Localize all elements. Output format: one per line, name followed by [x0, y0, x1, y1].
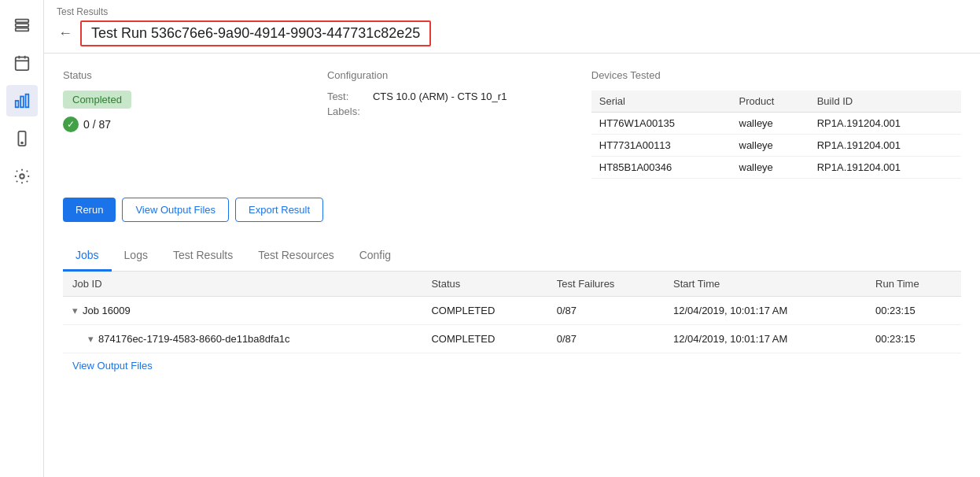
rerun-button[interactable]: Rerun: [63, 198, 116, 222]
sidebar: [0, 0, 44, 477]
devices-col-build: Build ID: [809, 91, 961, 113]
svg-rect-9: [25, 94, 28, 108]
device-product: walleye: [731, 113, 809, 135]
jobs-col-id: Job ID: [63, 272, 422, 297]
breadcrumb: Test Results: [57, 6, 967, 17]
svg-point-11: [21, 142, 23, 144]
devices-table: Serial Product Build ID HT76W1A00135 wal…: [591, 91, 961, 179]
config-block: Configuration Test: CTS 10.0 (ARM) - CTS…: [327, 69, 591, 179]
sidebar-item-list[interactable]: [6, 9, 38, 41]
jobs-col-runtime: Run Time: [866, 272, 961, 297]
config-labels-row: Labels:: [327, 105, 591, 117]
job-status-cell: COMPLETED: [422, 325, 547, 353]
config-test-key: Test:: [327, 91, 367, 102]
devices-table-row: HT7731A00113 walleye RP1A.191204.001: [591, 135, 961, 157]
sidebar-item-calendar[interactable]: [6, 47, 38, 79]
check-circle-icon: ✓: [63, 116, 79, 132]
config-test-value: CTS 10.0 (ARM) - CTS 10_r1: [373, 91, 507, 102]
tab-test-results[interactable]: Test Results: [160, 241, 245, 272]
devices-block: Devices Tested Serial Product Build ID H…: [591, 69, 961, 179]
job-failures-cell: 0/87: [547, 297, 664, 325]
device-build-id: RP1A.191204.001: [809, 135, 961, 157]
device-serial: HT7731A00113: [591, 135, 731, 157]
tab-logs[interactable]: Logs: [112, 241, 160, 272]
devices-col-product: Product: [731, 91, 809, 113]
device-build-id: RP1A.191204.001: [809, 157, 961, 179]
config-labels-key: Labels:: [327, 105, 367, 117]
sidebar-item-analytics[interactable]: [6, 85, 38, 116]
devices-table-row: HT76W1A00135 walleye RP1A.191204.001: [591, 113, 961, 135]
main-content: Test Results ← Test Run 536c76e6-9a90-49…: [44, 0, 980, 477]
svg-rect-2: [15, 28, 28, 31]
jobs-col-start: Start Time: [664, 272, 866, 297]
device-serial: HT76W1A00135: [591, 113, 731, 135]
view-output-link-container: View Output Files: [63, 353, 961, 378]
svg-point-12: [20, 174, 24, 179]
job-start-cell: 12/04/2019, 10:01:17 AM: [664, 325, 866, 353]
chevron-icon[interactable]: ▾: [72, 305, 78, 316]
job-status-cell: COMPLETED: [422, 297, 547, 325]
tabs-bar: JobsLogsTest ResultsTest ResourcesConfig: [63, 241, 961, 272]
device-product: walleye: [731, 157, 809, 179]
status-label: Status: [63, 69, 327, 81]
action-buttons: Rerun View Output Files Export Result: [63, 198, 961, 222]
sidebar-item-device[interactable]: [6, 123, 38, 154]
job-id-cell: ▾Job 16009: [63, 297, 422, 325]
sidebar-item-settings[interactable]: [6, 161, 38, 192]
device-serial: HT85B1A00346: [591, 157, 731, 179]
job-start-cell: 12/04/2019, 10:01:17 AM: [664, 297, 866, 325]
job-runtime-cell: 00:23:15: [866, 325, 961, 353]
job-id-cell: ▾874176ec-1719-4583-8660-de11ba8dfa1c: [63, 325, 422, 353]
tab-config[interactable]: Config: [347, 241, 403, 272]
jobs-col-status: Status: [422, 272, 547, 297]
devices-col-serial: Serial: [591, 91, 731, 113]
svg-rect-3: [15, 57, 28, 71]
top-bar: Test Results ← Test Run 536c76e6-9a90-49…: [44, 0, 980, 54]
jobs-table: Job ID Status Test Failures Start Time R…: [63, 272, 961, 353]
title-row: ← Test Run 536c76e6-9a90-4914-9903-44773…: [57, 20, 967, 53]
job-failures-cell: 0/87: [547, 325, 664, 353]
tab-test-resources[interactable]: Test Resources: [245, 241, 346, 272]
svg-rect-1: [15, 24, 28, 27]
info-section: Status Completed ✓ 0 / 87 Configuration …: [63, 69, 961, 179]
back-button[interactable]: ←: [57, 24, 74, 43]
pass-count-value: 0 / 87: [83, 118, 111, 131]
config-label: Configuration: [327, 69, 591, 81]
job-runtime-cell: 00:23:15: [866, 297, 961, 325]
svg-rect-8: [20, 97, 24, 108]
view-output-files-link[interactable]: View Output Files: [63, 353, 162, 378]
chevron-icon[interactable]: ▾: [88, 333, 94, 345]
tab-jobs[interactable]: Jobs: [63, 241, 112, 272]
jobs-col-failures: Test Failures: [547, 272, 664, 297]
svg-rect-7: [15, 101, 18, 107]
content-area: Status Completed ✓ 0 / 87 Configuration …: [44, 54, 980, 477]
devices-label: Devices Tested: [591, 69, 961, 81]
svg-rect-0: [15, 20, 28, 23]
config-test-row: Test: CTS 10.0 (ARM) - CTS 10_r1: [327, 91, 591, 102]
status-badge: Completed: [63, 91, 131, 109]
export-button[interactable]: Export Result: [235, 198, 323, 222]
pass-count-row: ✓ 0 / 87: [63, 116, 327, 132]
status-block: Status Completed ✓ 0 / 87: [63, 69, 327, 179]
jobs-table-row: ▾874176ec-1719-4583-8660-de11ba8dfa1c CO…: [63, 325, 961, 353]
device-build-id: RP1A.191204.001: [809, 113, 961, 135]
device-product: walleye: [731, 135, 809, 157]
jobs-table-row: ▾Job 16009 COMPLETED 0/87 12/04/2019, 10…: [63, 297, 961, 325]
page-title: Test Run 536c76e6-9a90-4914-9903-447731c…: [80, 20, 431, 46]
devices-table-row: HT85B1A00346 walleye RP1A.191204.001: [591, 157, 961, 179]
view-output-button[interactable]: View Output Files: [122, 198, 229, 222]
